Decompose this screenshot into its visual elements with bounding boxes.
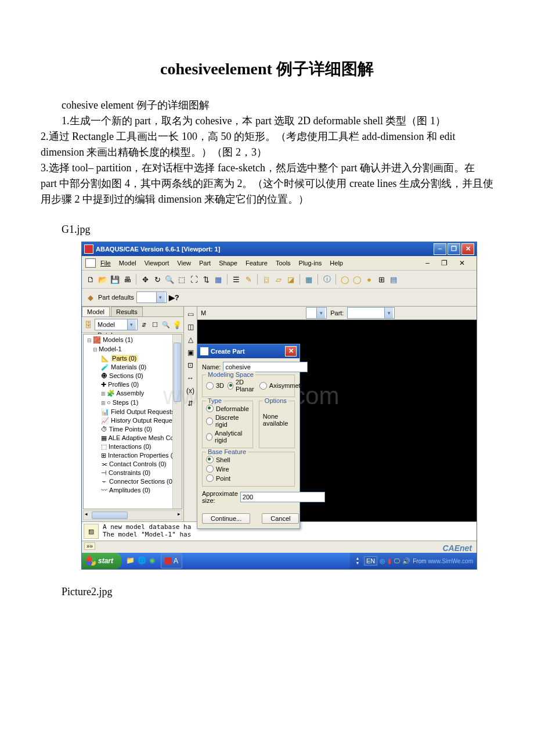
radio-point[interactable]: Point	[206, 474, 291, 482]
tree-ale[interactable]: ▦ ALE Adaptive Mesh Con	[85, 434, 181, 442]
mdi-minimize-icon[interactable]: –	[425, 259, 430, 267]
tree-constraints[interactable]: ⊣ Constraints (0)	[85, 469, 181, 477]
quick-launch-3-icon[interactable]: ◉	[149, 556, 158, 566]
tree-tip-icon[interactable]: 💡	[172, 319, 182, 330]
menu-view[interactable]: View	[177, 260, 191, 267]
tree-amplitudes[interactable]: 〰 Amplitudes (0)	[85, 486, 181, 495]
menu-model[interactable]: Model	[119, 260, 136, 267]
maximize-button[interactable]: ❐	[448, 243, 460, 255]
tree-profiles[interactable]: ✚ Profiles (0)	[85, 380, 181, 389]
message-icon[interactable]: ▨	[84, 524, 99, 539]
grid-icon[interactable]: ▦	[304, 274, 314, 285]
close-button[interactable]: ✕	[461, 243, 474, 255]
color1-icon[interactable]: ◯	[340, 274, 350, 285]
quick-launch-1-icon[interactable]: 📁	[126, 556, 135, 566]
menu-shape[interactable]: Shape	[219, 260, 237, 267]
tile-icon[interactable]: ▤	[388, 274, 399, 285]
perspective-icon[interactable]: ⌼	[261, 274, 272, 285]
tree-field-output[interactable]: 📊 Field Output Requests	[85, 408, 181, 416]
info-icon[interactable]: ⓘ	[322, 274, 332, 285]
tab-model[interactable]: Model	[82, 307, 110, 316]
app-menu-icon[interactable]	[85, 258, 96, 268]
continue-button[interactable]: Continue...	[202, 513, 250, 524]
tree-time-points[interactable]: ⏱ Time Points (0)	[85, 425, 181, 434]
annotate-icon[interactable]: ✎	[243, 274, 254, 285]
radio-discrete-rigid[interactable]: Discrete rigid	[206, 414, 249, 428]
pan-icon[interactable]: ✥	[140, 274, 150, 285]
tree-connector[interactable]: ⫟ Connector Sections (0)	[85, 477, 181, 486]
tool-create-icon[interactable]: ▭	[187, 310, 194, 318]
module-combo[interactable]	[306, 307, 327, 319]
model-tree[interactable]: ⊟🧱 Models (1) ⊟Model-1 📐 Parts (0) 🧪 Mat…	[83, 334, 182, 509]
tab-results[interactable]: Results	[111, 307, 143, 316]
views-icon[interactable]: ▦	[213, 274, 223, 285]
tool-solid-icon[interactable]: ▣	[187, 348, 194, 357]
menu-part[interactable]: Part	[199, 260, 211, 267]
list-icon[interactable]: ☰	[231, 274, 241, 285]
tool-move-icon[interactable]: ⇵	[187, 399, 193, 408]
tree-parts[interactable]: 📐 Parts (0)	[85, 354, 181, 363]
menu-plugins[interactable]: Plug-ins	[299, 260, 322, 267]
context-combo[interactable]	[136, 291, 167, 303]
radio-axisymmetric[interactable]: Axisymmetric	[259, 379, 307, 393]
tree-vscroll[interactable]	[172, 334, 182, 509]
color3-icon[interactable]: ●	[364, 274, 374, 285]
tree-assembly[interactable]: ⊞🧩 Assembly	[85, 389, 181, 398]
quick-launch-2-icon[interactable]: 🌐	[138, 556, 147, 566]
tree-materials[interactable]: 🧪 Materials (0)	[85, 363, 181, 372]
radio-analytical-rigid[interactable]: Analytical rigid	[206, 430, 249, 444]
tray-icon-2[interactable]: ▮	[388, 557, 391, 565]
mdi-restore-icon[interactable]: ❐	[441, 259, 448, 267]
rotate-icon[interactable]: ↻	[152, 274, 163, 285]
tray-icon-1[interactable]: ◎	[380, 557, 385, 565]
tree-contact[interactable]: ⫘ Contact Controls (0)	[85, 460, 181, 469]
part-combo[interactable]	[347, 307, 395, 319]
mdi-close-icon[interactable]: ✕	[459, 259, 465, 267]
menu-feature[interactable]: Feature	[246, 260, 268, 267]
zoom-window-icon[interactable]: ⬚	[176, 274, 187, 285]
cancel-button[interactable]: Cancel	[262, 513, 299, 524]
save-icon[interactable]: 💾	[110, 274, 120, 285]
layout-icon[interactable]: ⊞	[376, 274, 387, 285]
zoom-icon[interactable]: 🔍	[164, 274, 175, 285]
taskbar-abaqus-button[interactable]: A	[161, 553, 182, 568]
radio-2d-planar[interactable]: 2D Planar	[228, 379, 256, 393]
open-icon[interactable]: 📂	[98, 274, 108, 285]
radio-3d[interactable]: 3D	[206, 379, 224, 393]
tree-hscroll[interactable]: ◂ ▸	[83, 510, 182, 520]
tree-model-combo[interactable]: Model Datab…	[95, 319, 138, 330]
minimize-button[interactable]: –	[434, 243, 446, 255]
print-icon[interactable]: 🖶	[122, 274, 132, 285]
menu-help[interactable]: Help	[330, 260, 343, 267]
tray-lang[interactable]: EN	[364, 556, 377, 566]
help-tool-icon[interactable]: ▶?	[169, 292, 179, 303]
tray-icon-4[interactable]: 🔊	[402, 557, 410, 565]
menu-tools[interactable]: Tools	[276, 260, 291, 267]
color2-icon[interactable]: ◯	[352, 274, 362, 285]
tree-search-icon[interactable]: 🔍	[161, 319, 171, 330]
tool-shell-icon[interactable]: △	[188, 336, 193, 344]
tree-sort-icon[interactable]: ⇵	[139, 319, 149, 330]
new-icon[interactable]: 🗋	[85, 274, 96, 285]
tool-datum-icon[interactable]: ⊡	[187, 361, 193, 369]
start-button[interactable]: start	[82, 553, 121, 569]
tree-interaction-props[interactable]: ⊞ Interaction Properties (	[85, 451, 181, 460]
tray-icon-3[interactable]: 🖵	[394, 557, 400, 564]
tree-filter-icon[interactable]: ☐	[150, 319, 160, 330]
render2-icon[interactable]: ◪	[286, 274, 296, 285]
tool-partition-icon[interactable]: ◫	[187, 323, 194, 331]
context-icon[interactable]: ◆	[85, 292, 96, 303]
approx-size-input[interactable]	[240, 492, 325, 502]
tree-sections[interactable]: 🟘 Sections (0)	[85, 372, 181, 380]
tree-history-output[interactable]: 📈 History Output Reques	[85, 416, 181, 425]
menu-file[interactable]: File	[100, 260, 111, 267]
dialog-close-button[interactable]: ✕	[285, 346, 297, 357]
menu-viewport[interactable]: Viewport	[145, 260, 169, 267]
expand-messages-icon[interactable]: »»	[84, 542, 95, 550]
tool-expr-icon[interactable]: (x)	[186, 387, 194, 395]
cycle-views-icon[interactable]: ⇅	[201, 274, 211, 285]
tray-expand-icon[interactable]: ▴▾	[353, 556, 362, 566]
radio-wire[interactable]: Wire	[206, 465, 291, 473]
tray-site-link[interactable]: www.SimWe.com	[428, 558, 473, 564]
fit-icon[interactable]: ⛶	[189, 274, 199, 285]
